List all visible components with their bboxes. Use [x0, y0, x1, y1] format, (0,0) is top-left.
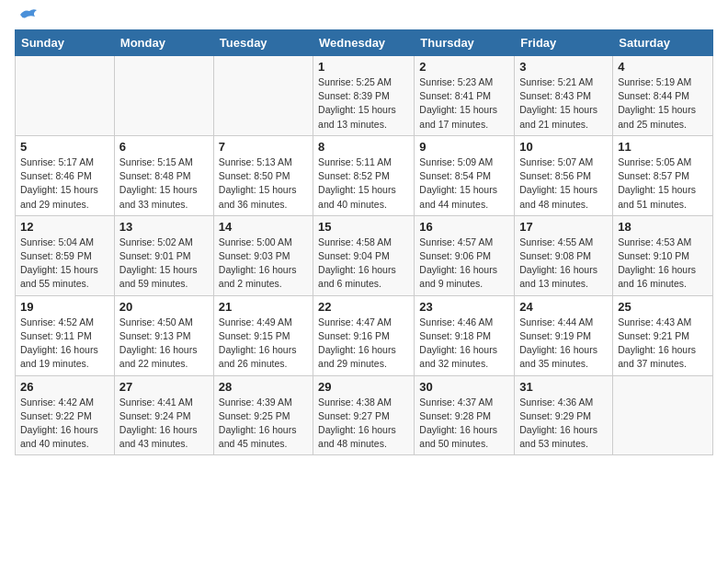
calendar-cell: 6Sunrise: 5:15 AMSunset: 8:48 PMDaylight…: [114, 135, 213, 215]
day-number: 3: [519, 60, 608, 74]
calendar-cell: 30Sunrise: 4:37 AMSunset: 9:28 PMDayligh…: [415, 375, 515, 455]
day-number: 4: [618, 60, 708, 74]
calendar-cell: 24Sunrise: 4:44 AMSunset: 9:19 PMDayligh…: [515, 295, 613, 375]
day-number: 14: [219, 220, 308, 234]
day-info: Sunrise: 5:13 AMSunset: 8:50 PMDaylight:…: [219, 155, 308, 212]
day-info: Sunrise: 5:15 AMSunset: 8:48 PMDaylight:…: [119, 155, 209, 212]
calendar-cell: 29Sunrise: 4:38 AMSunset: 9:27 PMDayligh…: [313, 375, 415, 455]
day-number: 29: [318, 380, 409, 394]
day-number: 25: [618, 300, 708, 314]
calendar-cell: 15Sunrise: 4:58 AMSunset: 9:04 PMDayligh…: [313, 215, 415, 295]
weekday-header-saturday: Saturday: [613, 30, 713, 56]
calendar-cell: 7Sunrise: 5:13 AMSunset: 8:50 PMDaylight…: [213, 135, 313, 215]
calendar-cell: 14Sunrise: 5:00 AMSunset: 9:03 PMDayligh…: [213, 215, 313, 295]
weekday-header-monday: Monday: [114, 30, 213, 56]
calendar-cell: 3Sunrise: 5:21 AMSunset: 8:43 PMDaylight…: [515, 56, 613, 136]
day-number: 31: [519, 380, 608, 394]
calendar-cell: 13Sunrise: 5:02 AMSunset: 9:01 PMDayligh…: [114, 215, 213, 295]
day-info: Sunrise: 5:25 AMSunset: 8:39 PMDaylight:…: [318, 75, 409, 132]
weekday-header-row: SundayMondayTuesdayWednesdayThursdayFrid…: [16, 30, 713, 56]
calendar-cell: 5Sunrise: 5:17 AMSunset: 8:46 PMDaylight…: [16, 135, 115, 215]
calendar-cell: 23Sunrise: 4:46 AMSunset: 9:18 PMDayligh…: [415, 295, 515, 375]
calendar-cell: 20Sunrise: 4:50 AMSunset: 9:13 PMDayligh…: [114, 295, 213, 375]
calendar-week-row: 12Sunrise: 5:04 AMSunset: 8:59 PMDayligh…: [16, 215, 713, 295]
calendar-cell: 4Sunrise: 5:19 AMSunset: 8:44 PMDaylight…: [613, 56, 713, 136]
weekday-header-wednesday: Wednesday: [313, 30, 415, 56]
day-number: 24: [519, 300, 608, 314]
calendar-cell: 10Sunrise: 5:07 AMSunset: 8:56 PMDayligh…: [515, 135, 613, 215]
calendar-cell: 28Sunrise: 4:39 AMSunset: 9:25 PMDayligh…: [213, 375, 313, 455]
day-number: 20: [119, 300, 209, 314]
day-info: Sunrise: 4:36 AMSunset: 9:29 PMDaylight:…: [519, 396, 608, 452]
day-number: 15: [318, 220, 409, 234]
day-info: Sunrise: 5:21 AMSunset: 8:43 PMDaylight:…: [519, 75, 608, 132]
calendar-cell: 12Sunrise: 5:04 AMSunset: 8:59 PMDayligh…: [16, 215, 115, 295]
calendar-week-row: 1Sunrise: 5:25 AMSunset: 8:39 PMDaylight…: [16, 56, 713, 136]
calendar-cell: [613, 375, 713, 455]
day-number: 30: [419, 380, 509, 394]
day-info: Sunrise: 5:04 AMSunset: 8:59 PMDaylight:…: [20, 236, 109, 292]
weekday-header-tuesday: Tuesday: [213, 30, 313, 56]
calendar-week-row: 26Sunrise: 4:42 AMSunset: 9:22 PMDayligh…: [16, 375, 713, 455]
calendar-cell: 22Sunrise: 4:47 AMSunset: 9:16 PMDayligh…: [313, 295, 415, 375]
day-number: 26: [20, 380, 109, 394]
day-number: 19: [20, 300, 109, 314]
day-number: 28: [219, 380, 308, 394]
day-info: Sunrise: 4:39 AMSunset: 9:25 PMDaylight:…: [219, 396, 308, 452]
day-info: Sunrise: 4:58 AMSunset: 9:04 PMDaylight:…: [318, 236, 409, 292]
day-info: Sunrise: 4:55 AMSunset: 9:08 PMDaylight:…: [519, 236, 608, 292]
day-number: 23: [419, 300, 509, 314]
day-info: Sunrise: 4:43 AMSunset: 9:21 PMDaylight:…: [618, 316, 708, 372]
calendar-cell: 25Sunrise: 4:43 AMSunset: 9:21 PMDayligh…: [613, 295, 713, 375]
calendar-week-row: 19Sunrise: 4:52 AMSunset: 9:11 PMDayligh…: [16, 295, 713, 375]
calendar-cell: 1Sunrise: 5:25 AMSunset: 8:39 PMDaylight…: [313, 56, 415, 136]
day-info: Sunrise: 5:11 AMSunset: 8:52 PMDaylight:…: [318, 155, 409, 212]
day-number: 2: [419, 60, 509, 74]
calendar-cell: 18Sunrise: 4:53 AMSunset: 9:10 PMDayligh…: [613, 215, 713, 295]
day-number: 6: [119, 140, 209, 154]
day-info: Sunrise: 5:17 AMSunset: 8:46 PMDaylight:…: [20, 155, 109, 212]
calendar-cell: 27Sunrise: 4:41 AMSunset: 9:24 PMDayligh…: [114, 375, 213, 455]
day-info: Sunrise: 4:44 AMSunset: 9:19 PMDaylight:…: [519, 316, 608, 372]
calendar-cell: 21Sunrise: 4:49 AMSunset: 9:15 PMDayligh…: [213, 295, 313, 375]
calendar-cell: 11Sunrise: 5:05 AMSunset: 8:57 PMDayligh…: [613, 135, 713, 215]
day-info: Sunrise: 4:38 AMSunset: 9:27 PMDaylight:…: [318, 396, 409, 452]
day-number: 22: [318, 300, 409, 314]
day-number: 11: [618, 140, 708, 154]
logo-bird-icon: [18, 7, 39, 22]
day-number: 13: [119, 220, 209, 234]
calendar-table: SundayMondayTuesdayWednesdayThursdayFrid…: [15, 29, 713, 455]
calendar-cell: 8Sunrise: 5:11 AMSunset: 8:52 PMDaylight…: [313, 135, 415, 215]
day-info: Sunrise: 4:53 AMSunset: 9:10 PMDaylight:…: [618, 236, 708, 292]
day-info: Sunrise: 4:41 AMSunset: 9:24 PMDaylight:…: [119, 396, 209, 452]
calendar-cell: [16, 56, 115, 136]
day-info: Sunrise: 5:00 AMSunset: 9:03 PMDaylight:…: [219, 236, 308, 292]
calendar-cell: 31Sunrise: 4:36 AMSunset: 9:29 PMDayligh…: [515, 375, 613, 455]
day-number: 9: [419, 140, 509, 154]
day-info: Sunrise: 5:19 AMSunset: 8:44 PMDaylight:…: [618, 75, 708, 132]
day-number: 12: [20, 220, 109, 234]
logo: [15, 15, 39, 22]
day-number: 27: [119, 380, 209, 394]
weekday-header-thursday: Thursday: [415, 30, 515, 56]
day-info: Sunrise: 4:42 AMSunset: 9:22 PMDaylight:…: [20, 396, 109, 452]
day-number: 5: [20, 140, 109, 154]
calendar-cell: 26Sunrise: 4:42 AMSunset: 9:22 PMDayligh…: [16, 375, 115, 455]
calendar-cell: [213, 56, 313, 136]
day-info: Sunrise: 4:37 AMSunset: 9:28 PMDaylight:…: [419, 396, 509, 452]
calendar-cell: 9Sunrise: 5:09 AMSunset: 8:54 PMDaylight…: [415, 135, 515, 215]
day-info: Sunrise: 5:07 AMSunset: 8:56 PMDaylight:…: [519, 155, 608, 212]
calendar-cell: 17Sunrise: 4:55 AMSunset: 9:08 PMDayligh…: [515, 215, 613, 295]
day-number: 17: [519, 220, 608, 234]
calendar-cell: 2Sunrise: 5:23 AMSunset: 8:41 PMDaylight…: [415, 56, 515, 136]
day-number: 21: [219, 300, 308, 314]
day-info: Sunrise: 4:46 AMSunset: 9:18 PMDaylight:…: [419, 316, 509, 372]
day-info: Sunrise: 5:05 AMSunset: 8:57 PMDaylight:…: [618, 155, 708, 212]
day-number: 10: [519, 140, 608, 154]
day-info: Sunrise: 4:50 AMSunset: 9:13 PMDaylight:…: [119, 316, 209, 372]
calendar-week-row: 5Sunrise: 5:17 AMSunset: 8:46 PMDaylight…: [16, 135, 713, 215]
day-info: Sunrise: 5:23 AMSunset: 8:41 PMDaylight:…: [419, 75, 509, 132]
calendar-cell: [114, 56, 213, 136]
day-number: 7: [219, 140, 308, 154]
day-info: Sunrise: 4:52 AMSunset: 9:11 PMDaylight:…: [20, 316, 109, 372]
